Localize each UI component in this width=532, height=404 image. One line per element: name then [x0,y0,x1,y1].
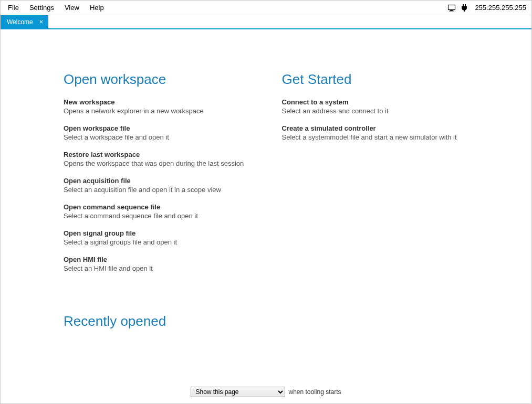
svg-rect-4 [465,4,466,6]
welcome-content: Open workspace New workspace Opens a net… [1,29,531,403]
action-title: Open command sequence file [64,203,251,211]
action-desc: Select a signal groups file and open it [64,238,251,246]
monitor-icon[interactable] [447,4,456,12]
action-open-acquisition-file[interactable]: Open acquisition file Select an acquisit… [64,177,251,194]
svg-rect-0 [448,5,455,9]
svg-rect-1 [450,10,453,11]
recently-opened-heading: Recently opened [64,313,468,329]
menu-view[interactable]: View [59,2,85,14]
action-open-workspace-file[interactable]: Open workspace file Select a workspace f… [64,124,251,141]
tab-welcome[interactable]: Welcome × [1,15,48,28]
action-desc: Select an acquisition file and open it i… [64,186,251,194]
menu-bar: File Settings View Help 255.255.255.255 [1,1,531,15]
action-title: Open acquisition file [64,177,251,185]
action-title: New workspace [64,98,251,106]
action-desc: Opens the workspace that was open during… [64,160,251,167]
close-icon[interactable]: × [38,18,45,25]
get-started-section: Get Started Connect to a system Select a… [282,71,469,282]
action-title: Open workspace file [64,124,251,132]
svg-rect-3 [463,4,464,6]
action-desc: Select a systemmodel file and start a ne… [282,133,469,141]
action-create-simulated-controller[interactable]: Create a simulated controller Select a s… [282,124,469,141]
action-open-signal-group-file[interactable]: Open signal group file Select a signal g… [64,229,251,246]
action-desc: Select an address and connect to it [282,107,469,115]
action-title: Restore last workspace [64,151,251,158]
menu-settings[interactable]: Settings [24,2,59,14]
action-desc: Opens a network explorer in a new worksp… [64,107,251,115]
action-title: Open HMI file [64,256,251,263]
footer: Show this page when tooling starts [1,382,531,403]
action-title: Create a simulated controller [282,124,469,132]
svg-rect-5 [464,10,465,12]
action-title: Open signal group file [64,229,251,237]
action-desc: Select an HMI file and open it [64,264,251,272]
action-new-workspace[interactable]: New workspace Opens a network explorer i… [64,98,251,115]
tab-label: Welcome [7,18,33,26]
action-open-command-sequence-file[interactable]: Open command sequence file Select a comm… [64,203,251,220]
startup-page-select[interactable]: Show this page [191,387,285,397]
ip-address: 255.255.255.255 [475,4,526,12]
action-restore-last-workspace[interactable]: Restore last workspace Opens the workspa… [64,151,251,167]
footer-suffix: when tooling starts [288,388,341,396]
action-title: Connect to a system [282,98,469,106]
recently-opened-section: Recently opened [1,282,531,340]
action-desc: Select a command sequence file and open … [64,212,251,220]
menu-help[interactable]: Help [85,2,109,14]
action-desc: Select a workspace file and open it [64,133,251,141]
svg-rect-2 [449,10,454,11]
status-icons: 255.255.255.255 [447,4,529,12]
tab-strip: Welcome × [1,15,531,29]
action-connect-to-system[interactable]: Connect to a system Select an address an… [282,98,469,115]
open-workspace-heading: Open workspace [64,71,251,88]
action-open-hmi-file[interactable]: Open HMI file Select an HMI file and ope… [64,256,251,272]
open-workspace-section: Open workspace New workspace Opens a net… [64,71,251,282]
get-started-heading: Get Started [282,71,469,88]
menu-file[interactable]: File [3,2,24,14]
plug-icon[interactable] [460,4,468,12]
